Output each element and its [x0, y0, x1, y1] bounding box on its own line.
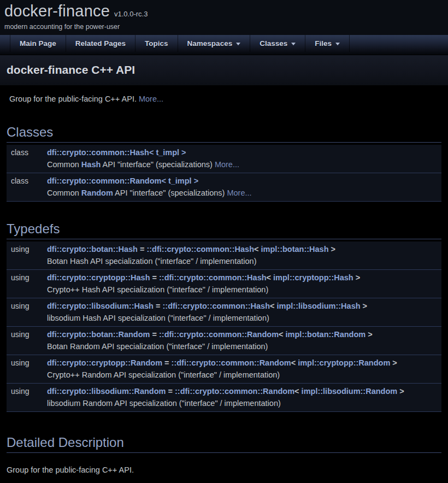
- member-text: Common: [47, 160, 81, 169]
- chevron-down-icon: [236, 43, 240, 45]
- member-link[interactable]: dfi::crypto::botan::Random: [47, 330, 150, 339]
- member-name: dfi::crypto::libsodium::Hash = ::dfi::cr…: [42, 300, 441, 312]
- member-kind: using: [7, 272, 42, 284]
- member-desc: libsodium Hash API specialization ("inte…: [42, 312, 441, 324]
- member-text: >: [397, 387, 404, 396]
- member-row: usingdfi::crypto::libsodium::Hash = ::df…: [7, 298, 441, 327]
- project-brief: modern accounting for the power-user: [4, 23, 444, 31]
- nav-tab-related-pages[interactable]: Related Pages: [66, 35, 135, 52]
- member-text: <: [291, 358, 298, 367]
- more-link[interactable]: More...: [139, 95, 163, 103]
- member-row: classdfi::crypto::common::Hash< t_impl >…: [7, 145, 441, 173]
- detailed-description-section: Detailed Description Group for the publi…: [7, 435, 441, 483]
- project-title-line: docker-financev1.0.0-rc.3: [4, 2, 444, 20]
- member-text: API "interface" (specializations): [113, 189, 227, 197]
- member-link[interactable]: impl::cryptopp::Hash: [273, 273, 353, 282]
- member-text: <: [267, 273, 274, 282]
- nav-tab-label: Topics: [145, 39, 168, 48]
- member-desc: Botan Hash API specialization ("interfac…: [42, 255, 441, 267]
- member-link[interactable]: dfi::crypto::libsodium::Random: [47, 387, 166, 396]
- nav-tab-label: Namespaces: [187, 39, 233, 48]
- member-text: <: [294, 387, 302, 396]
- member-row: usingdfi::crypto::botan::Hash = ::dfi::c…: [7, 241, 441, 270]
- project-name: docker-finance: [4, 2, 110, 20]
- group-summary: Group for the public-facing C++ API. Mor…: [9, 93, 441, 105]
- member-text: Crypto++ Hash API specialization ("inter…: [47, 285, 268, 294]
- member-link[interactable]: dfi::crypto::cryptopp::Random: [47, 358, 162, 367]
- nav-tab-files[interactable]: Files: [305, 35, 350, 52]
- member-text: =: [166, 387, 175, 396]
- member-link[interactable]: ::dfi::crypto::common::Random: [175, 387, 294, 396]
- member-desc: Common Random API "interface" (specializ…: [42, 187, 441, 199]
- chevron-down-icon: [291, 43, 296, 45]
- member-desc: libsodium Random API specialization ("in…: [42, 397, 441, 409]
- member-text: =: [150, 330, 159, 339]
- member-link[interactable]: dfi::crypto::common::Random< t_impl >: [47, 176, 198, 185]
- more-link[interactable]: More...: [227, 189, 251, 197]
- member-link[interactable]: Random: [81, 189, 113, 197]
- member-link[interactable]: Hash: [81, 160, 101, 169]
- classes-section-heading: Classes: [7, 125, 441, 143]
- detailed-description-heading: Detailed Description: [7, 435, 441, 453]
- member-text: libsodium Hash API specialization ("inte…: [47, 314, 269, 322]
- project-version: v1.0.0-rc.3: [114, 10, 148, 18]
- page-title: docker-finance C++ API: [7, 63, 441, 76]
- member-text: <: [254, 245, 261, 254]
- member-kind: using: [7, 357, 42, 369]
- member-link[interactable]: impl::libsodium::Hash: [277, 302, 361, 310]
- nav-tab-namespaces[interactable]: Namespaces: [178, 35, 251, 52]
- member-name: dfi::crypto::common::Random< t_impl >: [42, 175, 441, 187]
- member-link[interactable]: impl::botan::Hash: [261, 245, 329, 254]
- classes-table: classdfi::crypto::common::Hash< t_impl >…: [7, 145, 441, 202]
- member-link[interactable]: dfi::crypto::libsodium::Hash: [47, 302, 154, 310]
- member-name: dfi::crypto::cryptopp::Hash = ::dfi::cry…: [42, 272, 441, 284]
- nav-tab-label: Classes: [260, 39, 287, 48]
- nav-tab-classes[interactable]: Classes: [250, 35, 305, 52]
- member-kind: class: [7, 175, 42, 187]
- member-row: usingdfi::crypto::cryptopp::Random = ::d…: [7, 355, 441, 384]
- member-desc: Crypto++ Hash API specialization ("inter…: [42, 284, 441, 296]
- nav-tab-label: Files: [315, 39, 332, 48]
- nav-tab-label: Main Page: [20, 39, 56, 48]
- member-kind: using: [7, 300, 42, 312]
- nav-tab-main-page[interactable]: Main Page: [10, 35, 66, 52]
- member-link[interactable]: impl::botan::Random: [286, 330, 366, 339]
- member-link[interactable]: ::dfi::crypto::common::Hash: [159, 273, 267, 282]
- member-text: >: [390, 358, 397, 367]
- member-link[interactable]: dfi::crypto::botan::Hash: [47, 245, 138, 254]
- member-kind: using: [7, 385, 42, 397]
- member-text: libsodium Random API specialization ("in…: [47, 399, 281, 408]
- member-kind: class: [7, 146, 42, 158]
- member-link[interactable]: dfi::crypto::cryptopp::Hash: [47, 273, 150, 282]
- member-text: =: [162, 358, 172, 367]
- member-link[interactable]: impl::cryptopp::Random: [298, 358, 390, 367]
- nav-tab-topics[interactable]: Topics: [135, 35, 178, 52]
- member-text: >: [329, 245, 336, 254]
- typedefs-table: usingdfi::crypto::botan::Hash = ::dfi::c…: [7, 241, 441, 412]
- member-link[interactable]: ::dfi::crypto::common::Hash: [162, 302, 270, 310]
- member-link[interactable]: ::dfi::crypto::common::Random: [172, 358, 291, 367]
- member-text: <: [279, 330, 286, 339]
- member-text: Botan Random API specialization ("interf…: [47, 342, 268, 351]
- main-nav: Main PageRelated PagesTopicsNamespacesCl…: [0, 35, 448, 55]
- member-row: usingdfi::crypto::cryptopp::Hash = ::dfi…: [7, 270, 441, 298]
- member-link[interactable]: impl::libsodium::Random: [302, 387, 398, 396]
- member-row: classdfi::crypto::common::Random< t_impl…: [7, 173, 441, 202]
- member-text: >: [366, 330, 373, 339]
- more-link[interactable]: More...: [215, 160, 239, 169]
- member-desc: Common Hash API "interface" (specializat…: [42, 158, 441, 170]
- member-name: dfi::crypto::libsodium::Random = ::dfi::…: [42, 385, 441, 397]
- member-desc: Botan Random API specialization ("interf…: [42, 340, 441, 352]
- member-link[interactable]: dfi::crypto::common::Hash< t_impl >: [47, 148, 186, 157]
- member-text: API "interface" (specializations): [101, 160, 215, 169]
- member-row: usingdfi::crypto::botan::Random = ::dfi:…: [7, 327, 441, 355]
- member-name: dfi::crypto::botan::Random = ::dfi::cryp…: [42, 328, 441, 340]
- nav-tab-label: Related Pages: [75, 39, 126, 48]
- member-text: =: [138, 245, 147, 254]
- member-link[interactable]: ::dfi::crypto::common::Random: [159, 330, 279, 339]
- member-kind: using: [7, 243, 42, 255]
- member-link[interactable]: ::dfi::crypto::common::Hash: [146, 245, 254, 254]
- member-text: Botan Hash API specialization ("interfac…: [47, 257, 256, 266]
- member-text: <: [270, 302, 277, 310]
- member-text: =: [150, 273, 160, 282]
